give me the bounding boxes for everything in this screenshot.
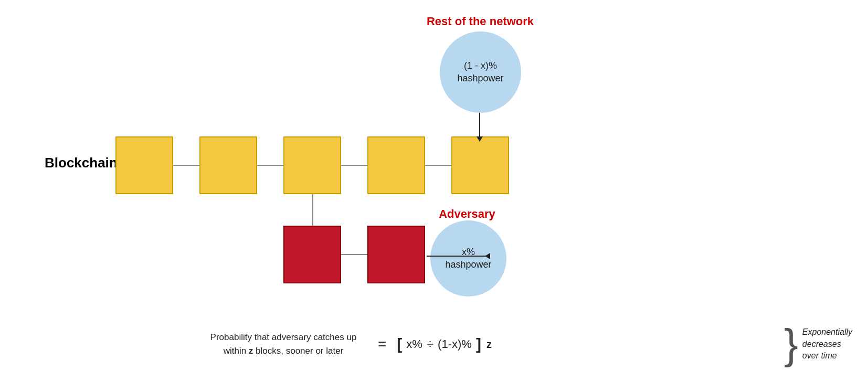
bracket-open: [ (397, 335, 402, 353)
formula-equals: = (378, 336, 386, 353)
brace-icon: } (784, 323, 798, 365)
exponential-text: Exponentiallydecreasesover time (802, 327, 852, 360)
connector-1 (173, 165, 199, 166)
formula-x-percent: x% (406, 337, 422, 351)
adversary-arrow (427, 256, 486, 257)
bracket-close: ] (476, 335, 481, 353)
connector-2 (257, 165, 283, 166)
adversary-title: Adversary (415, 207, 520, 221)
adversary-block-2 (367, 226, 425, 283)
formula-operator: ÷ (427, 337, 433, 352)
network-title: Rest of the network (399, 15, 562, 28)
formula-desc-line1: Probability that adversary catches up (210, 332, 357, 342)
diagram-container: Blockchain (1 - x)%hashpower x%hashpower… (0, 0, 868, 381)
formula-area: Probability that adversary catches up wi… (199, 331, 826, 357)
connector-vertical (312, 194, 313, 226)
network-arrow (479, 113, 480, 137)
network-circle-text: (1 - x)%hashpower (457, 60, 503, 84)
main-block-4 (367, 136, 425, 194)
main-block-2 (199, 136, 257, 194)
network-circle: (1 - x)%hashpower (440, 31, 521, 113)
connector-3 (341, 165, 367, 166)
adversary-circle: x%hashpower (430, 220, 506, 297)
formula-description: Probability that adversary catches up wi… (199, 331, 367, 357)
connector-red (341, 254, 367, 255)
exponential-label: Exponentiallydecreasesover time (802, 326, 852, 362)
main-block-1 (115, 136, 173, 194)
adversary-block-1 (283, 226, 341, 283)
main-block-3 (283, 136, 341, 194)
formula-expression: [ x% ÷ (1-x)% ] z (397, 335, 492, 353)
connector-4 (425, 165, 451, 166)
brace-area: } Exponentiallydecreasesover time (784, 323, 852, 365)
blockchain-label: Blockchain (45, 155, 118, 171)
main-block-5 (451, 136, 509, 194)
formula-1mx-percent: (1-x)% (438, 337, 472, 351)
